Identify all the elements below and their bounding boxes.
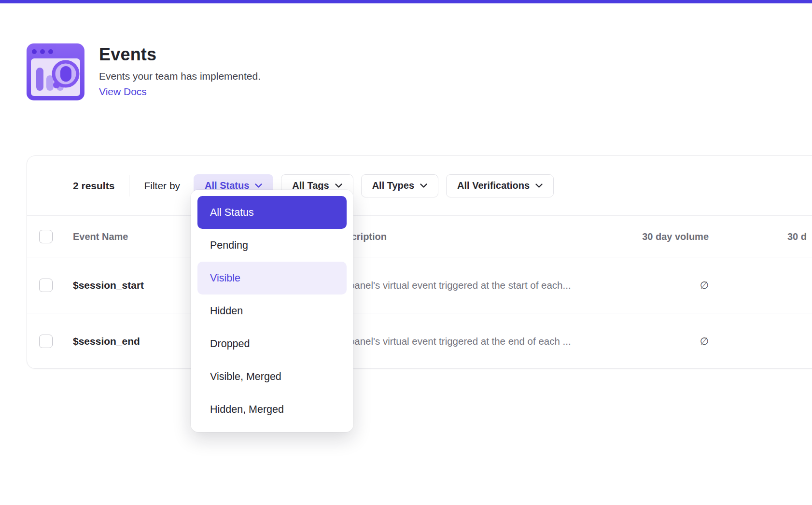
results-count: 2 results xyxy=(73,180,114,192)
status-dropdown-menu: All Status Pending Visible Hidden Droppe… xyxy=(191,190,353,432)
status-option-all-status[interactable]: All Status xyxy=(197,196,347,229)
table-row[interactable]: $session_end Mixpanel's virtual event tr… xyxy=(27,313,812,369)
filter-all-verifications[interactable]: All Verifications xyxy=(446,174,554,197)
row-checkbox[interactable] xyxy=(39,279,53,292)
chevron-down-icon xyxy=(535,183,543,188)
view-docs-link[interactable]: View Docs xyxy=(99,86,147,98)
status-option-pending[interactable]: Pending xyxy=(197,229,347,262)
chevron-down-icon xyxy=(335,183,342,188)
column-header-30-day-volume[interactable]: 30 day volume xyxy=(606,231,709,242)
status-option-dropped[interactable]: Dropped xyxy=(197,327,347,360)
filter-bar: 2 results Filter by All Status All Tags … xyxy=(27,156,812,215)
filter-divider xyxy=(129,175,129,196)
event-description: Mixpanel's virtual event triggered at th… xyxy=(334,280,571,291)
chevron-down-icon xyxy=(255,183,262,188)
event-name[interactable]: $session_end xyxy=(73,336,140,347)
event-30-day-volume: ∅ xyxy=(606,280,709,291)
magnifier-glyph xyxy=(54,62,78,86)
filter-all-types-label: All Types xyxy=(372,180,414,191)
filter-all-verifications-label: All Verifications xyxy=(457,180,530,191)
event-description: Mixpanel's virtual event triggered at th… xyxy=(334,336,571,347)
events-table-card: 2 results Filter by All Status All Tags … xyxy=(27,155,812,369)
column-header-event-name[interactable]: Event Name xyxy=(73,231,128,242)
row-checkbox[interactable] xyxy=(39,335,53,348)
filter-by-label: Filter by xyxy=(144,180,180,192)
filter-all-types[interactable]: All Types xyxy=(361,174,438,197)
page-header: Events Events your team has implemented.… xyxy=(27,43,261,100)
events-app-icon xyxy=(27,43,84,100)
page-subtitle: Events your team has implemented. xyxy=(99,70,261,82)
status-option-hidden[interactable]: Hidden xyxy=(197,295,347,327)
status-option-hidden-merged[interactable]: Hidden, Merged xyxy=(197,393,347,426)
table-row[interactable]: $session_start Mixpanel's virtual event … xyxy=(27,257,812,313)
select-all-checkbox[interactable] xyxy=(39,230,53,243)
status-option-visible-merged[interactable]: Visible, Merged xyxy=(197,360,347,393)
status-option-visible[interactable]: Visible xyxy=(197,262,347,295)
page-title: Events xyxy=(99,44,261,65)
event-30-day-volume: ∅ xyxy=(606,336,709,347)
event-name[interactable]: $session_start xyxy=(73,280,144,291)
column-header-clipped[interactable]: 30 d xyxy=(787,231,807,242)
table-header-row: Event Name Description 30 day volume 30 … xyxy=(27,215,812,257)
chevron-down-icon xyxy=(420,183,427,188)
top-accent-bar xyxy=(0,0,812,3)
